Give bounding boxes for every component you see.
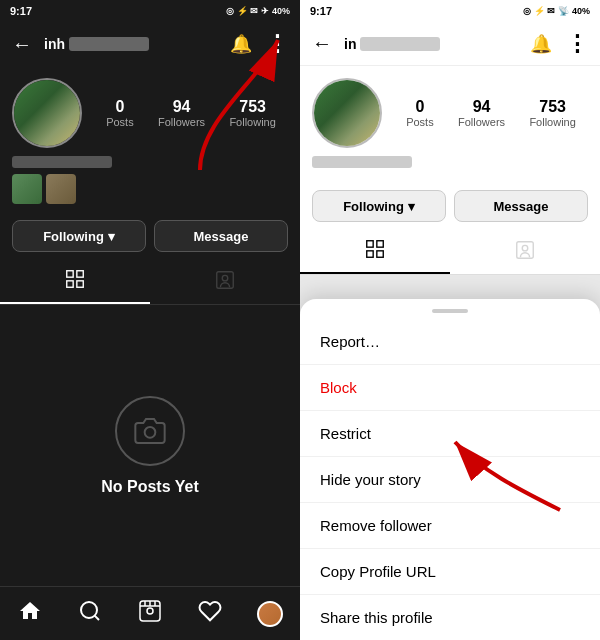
profile-name-area-left xyxy=(12,156,288,204)
profile-section-right: 0 Posts 94 Followers 753 Following xyxy=(300,66,600,182)
profile-top-left: 0 Posts 94 Followers 753 Following xyxy=(12,78,288,148)
following-label-left: Following xyxy=(229,116,275,128)
tabs-right xyxy=(300,230,600,275)
followers-stat-left[interactable]: 94 Followers xyxy=(158,98,205,128)
followers-count-right: 94 xyxy=(473,98,491,116)
username-blur-right xyxy=(360,37,440,51)
svg-rect-4 xyxy=(217,271,234,288)
username-text-left: inh xyxy=(44,36,65,52)
left-panel: 9:17 ◎ ⚡ ✉ ✈ 40% ← inh 🔔 ⋮ 0 Posts xyxy=(0,0,300,640)
following-button-right[interactable]: Following ▾ xyxy=(312,190,446,222)
following-stat-right[interactable]: 753 Following xyxy=(529,98,575,128)
sheet-handle xyxy=(432,309,468,313)
following-count-right: 753 xyxy=(539,98,566,116)
home-icon-left xyxy=(18,599,42,629)
status-bar-right: 9:17 ◎ ⚡ ✉ 📡 40% xyxy=(300,0,600,22)
posts-stat-right[interactable]: 0 Posts xyxy=(406,98,434,128)
followers-label-right: Followers xyxy=(458,116,505,128)
svg-point-5 xyxy=(222,275,228,281)
bell-icon-left[interactable]: 🔔 xyxy=(230,33,252,55)
followers-label-left: Followers xyxy=(158,116,205,128)
tab-tagged-right[interactable] xyxy=(450,230,600,274)
name-blur-right xyxy=(312,156,412,168)
bottom-sheet: Report… Block Restrict Hide your story R… xyxy=(300,299,600,640)
sheet-item-report[interactable]: Report… xyxy=(300,319,600,365)
tag-icon-right xyxy=(514,239,536,266)
profile-name-area-right xyxy=(312,156,588,168)
profile-section-left: 0 Posts 94 Followers 753 Following xyxy=(0,66,300,212)
nav-avatar-left xyxy=(257,601,283,627)
profile-top-right: 0 Posts 94 Followers 753 Following xyxy=(312,78,588,148)
heart-icon-left xyxy=(198,599,222,629)
bottom-nav-left xyxy=(0,586,300,640)
followers-count-left: 94 xyxy=(173,98,191,116)
svg-rect-2 xyxy=(67,280,73,286)
posts-count-right: 0 xyxy=(415,98,424,116)
avatar-right[interactable] xyxy=(312,78,382,148)
action-buttons-right: Following ▾ Message xyxy=(300,182,600,230)
followers-stat-right[interactable]: 94 Followers xyxy=(458,98,505,128)
back-button-right[interactable]: ← xyxy=(312,32,332,55)
nav-search-left[interactable] xyxy=(68,592,112,636)
sheet-item-remove-follower[interactable]: Remove follower xyxy=(300,503,600,549)
svg-rect-0 xyxy=(67,270,73,276)
status-bar-left: 9:17 ◎ ⚡ ✉ ✈ 40% xyxy=(0,0,300,22)
header-icons-right: 🔔 ⋮ xyxy=(530,31,588,57)
bio-thumb-1-left xyxy=(12,174,42,204)
posts-stat-left[interactable]: 0 Posts xyxy=(106,98,134,128)
posts-label-left: Posts xyxy=(106,116,134,128)
tab-grid-right[interactable] xyxy=(300,230,450,274)
content-area-left: No Posts Yet xyxy=(0,305,300,586)
svg-point-10 xyxy=(147,608,153,614)
stats-right: 0 Posts 94 Followers 753 Following xyxy=(394,98,588,128)
nav-home-left[interactable] xyxy=(8,592,52,636)
sheet-item-copy-url[interactable]: Copy Profile URL xyxy=(300,549,600,595)
header-left: ← inh 🔔 ⋮ xyxy=(0,22,300,66)
username-text-right: in xyxy=(344,36,356,52)
username-area-right: in xyxy=(344,36,522,52)
avatar-left[interactable] xyxy=(12,78,82,148)
no-posts-icon-left xyxy=(115,396,185,466)
nav-profile-left[interactable] xyxy=(248,592,292,636)
svg-rect-17 xyxy=(377,240,383,246)
header-right: ← in 🔔 ⋮ xyxy=(300,22,600,66)
more-icon-left[interactable]: ⋮ xyxy=(266,31,288,57)
reels-icon-left xyxy=(138,599,162,629)
tabs-left xyxy=(0,260,300,305)
back-button-left[interactable]: ← xyxy=(12,33,32,56)
grid-icon-left xyxy=(64,268,86,295)
bio-thumb-2-left xyxy=(46,174,76,204)
header-icons-left: 🔔 ⋮ xyxy=(230,31,288,57)
name-blur-left xyxy=(12,156,112,168)
time-left: 9:17 xyxy=(10,5,32,17)
nav-reels-left[interactable] xyxy=(128,592,172,636)
message-button-left[interactable]: Message xyxy=(154,220,288,252)
svg-rect-3 xyxy=(77,280,83,286)
following-button-left[interactable]: Following ▾ xyxy=(12,220,146,252)
svg-point-21 xyxy=(522,245,528,251)
tab-grid-left[interactable] xyxy=(0,260,150,304)
message-button-right[interactable]: Message xyxy=(454,190,588,222)
sheet-item-share-profile[interactable]: Share this profile xyxy=(300,595,600,640)
posts-label-right: Posts xyxy=(406,116,434,128)
nav-heart-left[interactable] xyxy=(188,592,232,636)
time-right: 9:17 xyxy=(310,5,332,17)
following-stat-left[interactable]: 753 Following xyxy=(229,98,275,128)
status-icons-left: ◎ ⚡ ✉ ✈ 40% xyxy=(226,6,290,16)
search-icon-left xyxy=(78,599,102,629)
sheet-item-restrict[interactable]: Restrict xyxy=(300,411,600,457)
username-area-left: inh xyxy=(44,36,222,52)
sheet-item-hide-story[interactable]: Hide your story xyxy=(300,457,600,503)
bell-icon-right[interactable]: 🔔 xyxy=(530,33,552,55)
posts-count-left: 0 xyxy=(115,98,124,116)
following-label-right: Following xyxy=(529,116,575,128)
tab-tagged-left[interactable] xyxy=(150,260,300,304)
bio-images-left xyxy=(12,174,288,204)
svg-point-6 xyxy=(145,427,156,438)
svg-rect-1 xyxy=(77,270,83,276)
tag-icon-left xyxy=(214,269,236,296)
svg-line-8 xyxy=(95,615,99,619)
svg-rect-18 xyxy=(367,250,373,256)
sheet-item-block[interactable]: Block xyxy=(300,365,600,411)
more-icon-right[interactable]: ⋮ xyxy=(566,31,588,57)
